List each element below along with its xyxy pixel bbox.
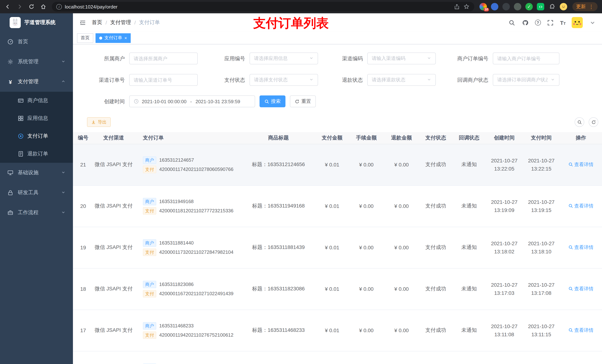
channel-code-select[interactable]: 请输入渠道编码	[367, 52, 436, 64]
pay-order-cell: 商户1635311151786支付	[134, 351, 241, 364]
view-detail-link[interactable]: 查看详情	[568, 327, 593, 334]
extensions-puzzle-icon[interactable]	[548, 3, 556, 10]
yen-icon: ¥	[7, 79, 13, 85]
toggle-search-circle-button[interactable]	[575, 117, 584, 127]
sidebar-item-workflow[interactable]: 工作流程	[0, 203, 73, 223]
update-label: 更新	[576, 3, 586, 10]
sidebar-item-pay-order[interactable]: 支付订单	[0, 127, 73, 145]
pay-amount-cell	[315, 351, 349, 364]
notify-status-select[interactable]: 请选择订单回调商户状态	[493, 74, 559, 86]
address-bar[interactable]: i localhost:1024/pay/order	[52, 2, 474, 11]
fee-amount-cell: ¥ 0.00	[349, 227, 384, 268]
pay-channel-cell: 微信 JSAPI 支付	[93, 310, 134, 351]
notify-status-cell: 未通知	[452, 185, 486, 227]
merchant-order-input[interactable]	[493, 52, 559, 64]
pay-time-cell: 2021-10-2713:22:15	[523, 144, 560, 185]
sidebar-item-home[interactable]: 首页	[0, 32, 73, 52]
close-icon[interactable]: ×	[124, 36, 127, 40]
channel-order-input[interactable]	[129, 74, 198, 86]
app-select[interactable]: 请选择应用信息	[249, 52, 318, 64]
date-line: 2021-10-27	[523, 198, 560, 206]
filter-label: 渠道订单号	[73, 74, 125, 86]
refund-status-select[interactable]: 请选择退款状态	[367, 74, 436, 86]
time-line: 13:11:15	[523, 330, 560, 338]
site-info-icon[interactable]: i	[56, 4, 62, 10]
select-placeholder: 请选择应用信息	[254, 55, 306, 62]
extension-emoji-icon[interactable]	[560, 3, 567, 10]
font-size-icon[interactable]: TT	[560, 20, 566, 26]
help-icon[interactable]: ?	[535, 20, 541, 26]
merchant-input[interactable]	[129, 52, 198, 64]
lock-icon	[7, 190, 13, 196]
fee-amount-cell: ¥ 0.00	[349, 268, 384, 310]
browser-back-icon[interactable]	[4, 3, 11, 10]
tab-pay-order[interactable]: 支付订单 ×	[96, 33, 131, 43]
sidebar-item-tools[interactable]: 研发工具	[0, 183, 73, 203]
extension-olive-icon[interactable]	[514, 3, 521, 10]
breadcrumb-home[interactable]: 首页	[92, 19, 102, 26]
tags-view-bar: 首页 支付订单 ×	[73, 32, 602, 44]
app-logo[interactable]: 芋道管理系统	[0, 13, 73, 32]
view-detail-label: 查看详情	[574, 286, 593, 292]
time-line: 13:18:02	[486, 248, 523, 256]
date-line: 2021-10-27	[486, 281, 523, 289]
notify-status-cell: 未通知	[452, 310, 486, 351]
extension-green-check-icon[interactable]: ✓	[525, 3, 533, 10]
extension-devtools-icon[interactable]	[537, 3, 544, 10]
browser-refresh-icon[interactable]	[28, 3, 35, 10]
pay-tag: 支付	[143, 331, 156, 339]
browser-menu-icon[interactable]: ⋮	[589, 4, 594, 9]
view-detail-link[interactable]: 查看详情	[568, 286, 593, 292]
tab-home[interactable]: 首页	[77, 33, 93, 43]
view-detail-link[interactable]: 查看详情	[568, 203, 593, 209]
browser-home-icon[interactable]	[40, 3, 47, 10]
column-header: 编号	[73, 132, 93, 144]
create-time-range-picker[interactable]: 2021-10-01 00:00:00 - 2021-10-31 23:59:5…	[129, 95, 255, 107]
sidebar-item-system[interactable]: 系统管理	[0, 52, 73, 72]
sidebar-toggle-icon[interactable]	[79, 19, 86, 26]
breadcrumb-pay[interactable]: 支付管理	[110, 19, 131, 26]
view-detail-link[interactable]: 查看详情	[568, 161, 593, 168]
date-line: 2021-10-27	[523, 322, 560, 330]
action-cell: 查看详情	[560, 227, 602, 268]
date-line: 2021-10-27	[486, 239, 523, 248]
merchant-order-line: 商户1635311949168	[143, 198, 241, 205]
sidebar-item-infra[interactable]: 基础设施	[0, 163, 73, 183]
user-avatar[interactable]	[572, 17, 583, 28]
sidebar-item-merchant-info[interactable]: 商户信息	[0, 92, 73, 110]
extensions-row: 10 ✓	[479, 3, 567, 10]
view-detail-link[interactable]: 查看详情	[568, 244, 593, 251]
bank-card-icon	[18, 98, 24, 104]
merchant-tag: 商户	[143, 281, 156, 288]
sidebar-item-pay[interactable]: ¥ 支付管理	[0, 72, 73, 92]
browser-update-button[interactable]: 更新 ⋮	[572, 2, 598, 11]
action-cell: 查看详情	[560, 310, 602, 351]
date-line: 2021-10-27	[523, 239, 560, 248]
extension-blue-icon[interactable]	[491, 3, 498, 10]
bookmark-star-icon[interactable]	[463, 3, 470, 10]
pay-status-select[interactable]: 请选择支付状态	[249, 74, 318, 86]
date-line: 2021-10-27	[486, 156, 523, 165]
goods-title-cell: 标题：1635311881439	[241, 227, 315, 268]
search-button[interactable]: 搜索	[259, 95, 285, 107]
merchant-order-no: 1635311823086	[159, 281, 194, 287]
extension-globe-icon[interactable]	[502, 3, 510, 10]
user-caret-icon[interactable]	[589, 19, 596, 26]
fullscreen-icon[interactable]	[547, 19, 554, 26]
extension-pinwheel-icon[interactable]: 10	[479, 3, 487, 10]
github-icon[interactable]	[521, 19, 529, 26]
merchant-order-line: 商户1635311823086	[143, 281, 241, 288]
column-header: 支付时间	[523, 132, 560, 144]
reset-button[interactable]: 重置	[290, 95, 316, 107]
browser-forward-icon[interactable]	[16, 3, 23, 10]
export-button[interactable]: 导出	[87, 117, 111, 127]
sidebar-item-app-info[interactable]: 应用信息	[0, 110, 73, 127]
merchant-order-no: 1635311468233	[159, 323, 194, 329]
merchant-tag: 商户	[143, 198, 156, 205]
refresh-circle-button[interactable]	[589, 117, 598, 127]
sidebar-item-refund-order[interactable]: 退款订单	[0, 145, 73, 163]
column-header: 创建时间	[486, 132, 523, 144]
header-search-icon[interactable]	[508, 19, 516, 26]
table-row: 17微信 JSAPI 支付商户1635311468233支付4200001194…	[73, 310, 602, 351]
share-icon[interactable]	[453, 3, 460, 10]
